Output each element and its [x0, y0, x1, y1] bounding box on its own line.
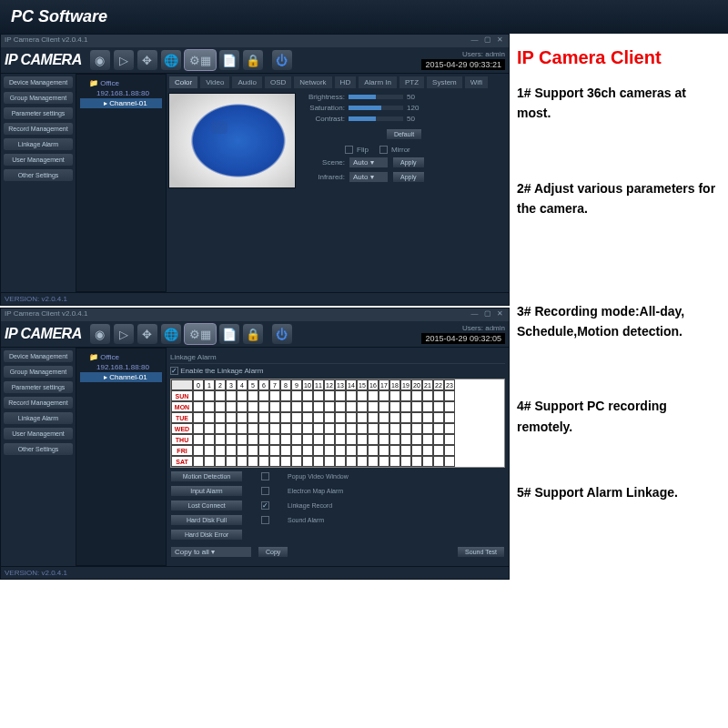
schedule-cell[interactable]: [313, 445, 324, 456]
copy-to-select[interactable]: Copy to all ▾: [170, 546, 252, 558]
schedule-cell[interactable]: [368, 456, 379, 467]
default-button[interactable]: Default: [386, 128, 422, 140]
scene-apply-button[interactable]: Apply: [392, 157, 425, 168]
sidebar-device-mgmt[interactable]: Device Management: [3, 76, 74, 89]
alarm-option-checkbox[interactable]: [261, 501, 269, 510]
schedule-cell[interactable]: [368, 401, 379, 412]
schedule-cell[interactable]: [226, 423, 237, 434]
sidebar2-group-mgmt[interactable]: Group Management: [3, 365, 74, 379]
schedule-cell[interactable]: [411, 390, 422, 401]
window-controls[interactable]: — ▢ ✕: [471, 35, 505, 46]
tree2-channel[interactable]: ▸ Channel-01: [80, 372, 162, 382]
schedule-cell[interactable]: [313, 434, 324, 445]
schedule-cell[interactable]: [444, 401, 455, 412]
schedule-cell[interactable]: [291, 423, 302, 434]
alarm-type-button[interactable]: Motion Detection: [170, 470, 243, 482]
schedule-cell[interactable]: [204, 434, 215, 445]
tab-osd[interactable]: OSD: [264, 76, 292, 89]
tool-play-icon-2[interactable]: ▷: [113, 323, 135, 345]
schedule-cell[interactable]: [335, 434, 346, 445]
schedule-cell[interactable]: [411, 423, 422, 434]
schedule-cell[interactable]: [302, 445, 313, 456]
schedule-cell[interactable]: [324, 456, 335, 467]
schedule-cell[interactable]: [379, 456, 389, 467]
schedule-cell[interactable]: [237, 445, 248, 456]
schedule-cell[interactable]: [258, 456, 269, 467]
schedule-cell[interactable]: [204, 401, 215, 412]
schedule-cell[interactable]: [313, 412, 324, 423]
schedule-cell[interactable]: [237, 390, 248, 401]
alarm-option-checkbox[interactable]: [261, 487, 269, 495]
alarm-option-checkbox[interactable]: [261, 472, 269, 480]
schedule-cell[interactable]: [313, 423, 324, 434]
schedule-cell[interactable]: [335, 412, 346, 423]
schedule-cell[interactable]: [324, 445, 335, 456]
contrast-slider[interactable]: [349, 116, 403, 121]
schedule-cell[interactable]: [357, 445, 368, 456]
sidebar-record-mgmt[interactable]: Record Management: [3, 122, 74, 136]
schedule-cell[interactable]: [313, 456, 324, 467]
schedule-cell[interactable]: [379, 423, 389, 434]
sidebar2-device-mgmt[interactable]: Device Management: [3, 349, 74, 363]
schedule-cell[interactable]: [389, 445, 400, 456]
schedule-cell[interactable]: [389, 423, 400, 434]
tool-ptz-icon-2[interactable]: ✥: [136, 323, 158, 345]
flip-checkbox[interactable]: [345, 146, 353, 154]
tool-log-icon[interactable]: 📄: [218, 49, 240, 71]
sidebar2-other[interactable]: Other Settings: [3, 442, 74, 456]
tab-color[interactable]: Color: [168, 76, 198, 89]
mirror-checkbox[interactable]: [379, 146, 388, 154]
schedule-cell[interactable]: [302, 423, 313, 434]
tab-audio[interactable]: Audio: [231, 76, 262, 89]
schedule-cell[interactable]: [313, 401, 324, 412]
schedule-cell[interactable]: [237, 412, 248, 423]
infrared-apply-button[interactable]: Apply: [392, 171, 425, 183]
schedule-cell[interactable]: [389, 412, 400, 423]
schedule-cell[interactable]: [237, 434, 248, 445]
schedule-cell[interactable]: [280, 445, 291, 456]
tree2-root[interactable]: 📁 Office: [80, 352, 162, 362]
schedule-cell[interactable]: [302, 390, 313, 401]
schedule-cell[interactable]: [422, 423, 433, 434]
schedule-cell[interactable]: [269, 390, 280, 401]
tool-ptz-icon[interactable]: ✥: [136, 49, 158, 71]
schedule-cell[interactable]: [226, 390, 237, 401]
schedule-cell[interactable]: [269, 423, 280, 434]
schedule-cell[interactable]: [248, 456, 258, 467]
schedule-cell[interactable]: [204, 423, 215, 434]
tool-globe-icon[interactable]: 🌐: [160, 49, 182, 71]
schedule-cell[interactable]: [269, 434, 280, 445]
sidebar-linkage-alarm[interactable]: Linkage Alarm: [3, 137, 74, 151]
schedule-cell[interactable]: [389, 401, 400, 412]
tool-power-icon-2[interactable]: ⏻: [271, 323, 293, 345]
schedule-cell[interactable]: [291, 390, 302, 401]
tab-system[interactable]: System: [426, 76, 463, 89]
schedule-cell[interactable]: [204, 445, 215, 456]
enable-linkage-checkbox[interactable]: [170, 367, 178, 375]
schedule-cell[interactable]: [193, 401, 204, 412]
sidebar-user-mgmt[interactable]: User Management: [3, 153, 74, 167]
schedule-cell[interactable]: [422, 434, 433, 445]
schedule-cell[interactable]: [433, 401, 444, 412]
schedule-cell[interactable]: [422, 401, 433, 412]
schedule-cell[interactable]: [379, 412, 389, 423]
schedule-cell[interactable]: [215, 401, 226, 412]
schedule-cell[interactable]: [411, 412, 422, 423]
schedule-cell[interactable]: [291, 456, 302, 467]
schedule-cell[interactable]: [291, 401, 302, 412]
schedule-cell[interactable]: [280, 390, 291, 401]
tool-globe-icon-2[interactable]: 🌐: [160, 323, 182, 345]
schedule-cell[interactable]: [302, 456, 313, 467]
sidebar2-record-mgmt[interactable]: Record Management: [3, 396, 74, 410]
schedule-cell[interactable]: [269, 401, 280, 412]
schedule-cell[interactable]: [389, 390, 400, 401]
schedule-cell[interactable]: [215, 434, 226, 445]
schedule-cell[interactable]: [280, 456, 291, 467]
schedule-cell[interactable]: [193, 445, 204, 456]
schedule-cell[interactable]: [291, 434, 302, 445]
schedule-cell[interactable]: [204, 390, 215, 401]
schedule-cell[interactable]: [400, 401, 411, 412]
schedule-cell[interactable]: [444, 456, 455, 467]
schedule-cell[interactable]: [248, 434, 258, 445]
schedule-cell[interactable]: [346, 401, 357, 412]
